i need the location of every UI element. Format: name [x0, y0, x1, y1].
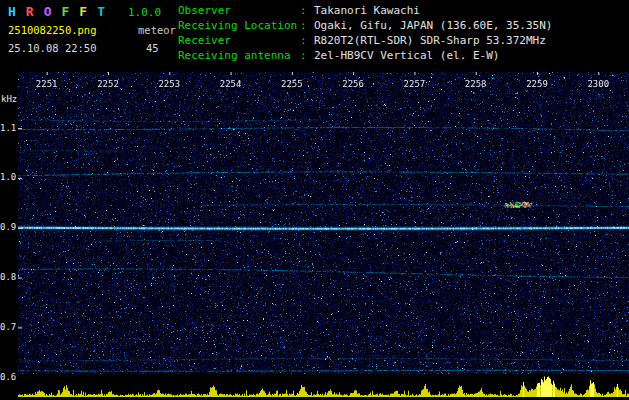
x-axis-tick: 2256 — [342, 79, 364, 89]
app-version: 1.0.0 — [128, 6, 161, 19]
info-colon: : — [300, 48, 314, 63]
x-axis-tick: 2258 — [465, 79, 487, 89]
y-axis-tick: 0.6 — [0, 372, 15, 383]
x-axis-tick: 2259 — [526, 79, 548, 89]
logo-letter: T — [97, 4, 105, 19]
info-colon: : — [300, 3, 314, 18]
x-axis-tick: 2254 — [220, 79, 242, 89]
info-value: 2el-HB9CV Vertical (el. E-W) — [314, 48, 499, 63]
output-filename: 2510082250.png — [8, 24, 97, 36]
x-axis-tick: 2255 — [281, 79, 303, 89]
info-label: Receiving antenna — [178, 48, 300, 63]
header-left: HROFFT 1.0.0 2510082250.png meteor 25.10… — [8, 3, 178, 67]
info-value: R820T2(RTL-SDR) SDR-Sharp 53.372MHz — [314, 33, 546, 48]
info-label: Receiver — [178, 33, 300, 48]
y-axis-tick: 1.1 — [0, 123, 15, 134]
logo-letter: F — [61, 4, 69, 19]
logo-letter: R — [26, 4, 34, 19]
hrofft-app-window: HROFFT 1.0.0 2510082250.png meteor 25.10… — [0, 0, 629, 400]
signal-level-strip-canvas — [18, 376, 629, 397]
x-axis-tick: 2257 — [404, 79, 426, 89]
logo-letter: F — [79, 4, 87, 19]
x-axis-tick: 2300 — [587, 79, 609, 89]
y-axis-tick: 0.8 — [0, 272, 15, 283]
meteor-echo-count: 45 — [146, 42, 159, 54]
x-axis-tick: 2251 — [36, 79, 58, 89]
info-label: Observer — [178, 3, 300, 18]
y-axis-unit-label: kHz — [1, 94, 17, 104]
spectrogram-panel: kHz 225122522253225422552256225722582259… — [0, 70, 629, 400]
x-axis-tick: 2252 — [97, 79, 119, 89]
y-axis-tick: 0.7 — [0, 322, 15, 333]
logo-letter: H — [8, 4, 16, 19]
info-label: Receiving Location — [178, 18, 300, 33]
info-row-receiver: Receiver:R820T2(RTL-SDR) SDR-Sharp 53.37… — [178, 33, 552, 48]
info-colon: : — [300, 33, 314, 48]
info-row-location: Receiving Location:Ogaki, Gifu, JAPAN (1… — [178, 18, 552, 33]
spectrogram-canvas — [18, 72, 629, 374]
logo-letter: O — [44, 4, 52, 19]
info-colon: : — [300, 18, 314, 33]
info-value: Ogaki, Gifu, JAPAN (136.60E, 35.35N) — [314, 18, 552, 33]
station-info-block: Observer:Takanori KawachiReceiving Locat… — [178, 3, 552, 63]
y-axis-tick: 1.0 — [0, 172, 15, 183]
info-row-observer: Observer:Takanori Kawachi — [178, 3, 552, 18]
observation-datetime: 25.10.08 22:50 — [8, 42, 97, 54]
info-row-antenna: Receiving antenna:2el-HB9CV Vertical (el… — [178, 48, 552, 63]
mode-label: meteor — [138, 24, 176, 36]
x-axis-tick: 2253 — [158, 79, 180, 89]
app-logo: HROFFT — [8, 4, 115, 19]
y-axis-tick: 0.9 — [0, 222, 15, 233]
info-value: Takanori Kawachi — [314, 3, 420, 18]
